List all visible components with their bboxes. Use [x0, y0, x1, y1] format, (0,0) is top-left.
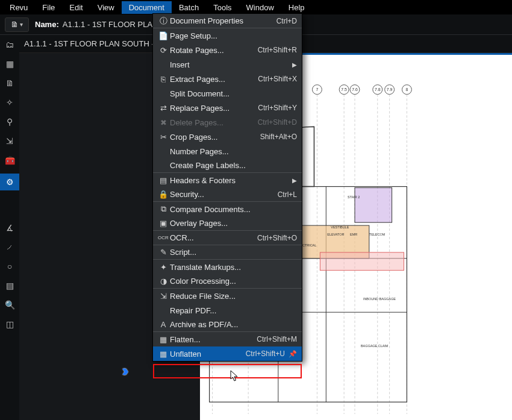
pin-icon: 📌	[289, 350, 297, 358]
menu-item-document-properties[interactable]: ⓘDocument PropertiesCtrl+D	[153, 14, 302, 28]
menu-item-icon: ⓘ	[157, 16, 170, 27]
gear-icon[interactable]: ⚙	[0, 174, 19, 190]
measure-icon[interactable]: ∡	[4, 222, 16, 234]
menu-item-label: Replace Pages...	[170, 104, 253, 113]
menu-item-label: Headers & Footers	[170, 176, 289, 185]
menu-item-security[interactable]: 🔒Security...Ctrl+L	[153, 187, 302, 202]
menu-item-label: Repair PDF...	[170, 306, 297, 315]
menu-item-color-processing[interactable]: ◑Color Processing...	[153, 274, 302, 289]
col-bubble: 8	[406, 87, 408, 92]
menu-item-icon: ◑	[157, 277, 170, 286]
menu-item-icon: ✎	[157, 248, 170, 257]
menu-item-label: Page Setup...	[170, 31, 297, 40]
menu-item-icon: ▦	[157, 335, 170, 344]
svg-rect-21	[355, 188, 392, 223]
pin-icon[interactable]: ⚲	[4, 116, 16, 128]
menu-item-number-pages[interactable]: Number Pages...	[153, 144, 302, 158]
menu-item-icon: 🔒	[157, 190, 170, 199]
menu-item-unflatten[interactable]: ▦UnflattenCtrl+Shift+U📌	[153, 346, 302, 361]
menu-item-page-setup[interactable]: 📄Page Setup...	[153, 28, 302, 43]
menu-item-headers-footers[interactable]: ▤Headers & Footers▶	[153, 173, 302, 187]
menu-item-label: Script...	[170, 248, 297, 257]
menu-window[interactable]: Window	[239, 1, 281, 14]
layers-icon[interactable]: ✧	[4, 96, 16, 108]
save-dropdown-button[interactable]: 🗎 ▾	[5, 17, 29, 32]
left-tool-rail: 🗂 ▦ 🗎 ✧ ⚲ ⇲ 🧰 ⚙ ∡ ⟋ ○ ▤ 🔍 ◫	[0, 35, 19, 420]
room-label: ELEVATOR	[327, 233, 344, 236]
menu-item-create-page-labels[interactable]: Create Page Labels...	[153, 158, 302, 173]
room-label: TELECOM	[369, 233, 386, 236]
menu-item-script[interactable]: ✎Script...	[153, 245, 302, 260]
toolbox-icon[interactable]: 🧰	[4, 154, 16, 166]
menu-item-label: Color Processing...	[170, 277, 297, 286]
menu-batch[interactable]: Batch	[172, 1, 206, 14]
menu-edit[interactable]: Edit	[62, 1, 90, 14]
menu-item-shortcut: Ctrl+Shift+M	[257, 335, 297, 343]
menu-item-shortcut: Ctrl+Shift+O	[257, 234, 297, 242]
menu-item-icon: ✦	[157, 263, 170, 272]
menu-item-overlay-pages[interactable]: ▣Overlay Pages...	[153, 216, 302, 231]
save-icon: 🗎	[11, 20, 19, 29]
col-bubble: 7.8	[375, 87, 381, 92]
open-document-tab[interactable]: A1.1.1 - 1ST FLOOR PLAN SOUTH -	[24, 39, 154, 48]
menu-item-label: Crop Pages...	[170, 133, 255, 142]
menu-item-delete-pages: ✖Delete Pages...Ctrl+Shift+D	[153, 115, 302, 130]
search-icon[interactable]: 🔍	[4, 299, 16, 311]
menu-help[interactable]: Help	[281, 1, 312, 14]
menu-item-icon: ✖	[157, 118, 170, 127]
menu-item-icon: OCR	[157, 235, 170, 240]
menu-item-ocr[interactable]: OCROCR...Ctrl+Shift+O	[153, 231, 302, 245]
svg-rect-24	[320, 252, 404, 271]
col-bubble: 7.5	[341, 87, 347, 92]
menu-item-label: Number Pages...	[170, 147, 297, 156]
plan-icon[interactable]: ⇲	[4, 135, 16, 147]
menu-item-label: OCR...	[170, 233, 252, 242]
menu-item-compare-documents[interactable]: ⧉Compare Documents...	[153, 202, 302, 216]
menu-item-icon: ⟳	[157, 46, 170, 55]
menu-item-shortcut: Ctrl+Shift+D	[258, 118, 297, 127]
menu-item-flatten[interactable]: ▦Flatten...Ctrl+Shift+M	[153, 332, 302, 346]
menu-item-reduce-file-size[interactable]: ⇲Reduce File Size...	[153, 289, 302, 303]
grid-icon[interactable]: ▦	[4, 58, 16, 70]
room-label: EMR	[350, 233, 357, 236]
circle-icon[interactable]: ○	[4, 260, 16, 272]
room-label: BAGGAGE CLAIM	[361, 344, 389, 348]
files-icon[interactable]: 🗂	[4, 39, 16, 51]
chevron-down-icon: ▾	[20, 21, 23, 28]
menu-item-label: Security...	[170, 190, 273, 199]
menu-revu[interactable]: Revu	[2, 1, 35, 14]
submenu-arrow-icon: ▶	[292, 177, 297, 184]
menu-item-shortcut: Ctrl+Shift+R	[258, 46, 297, 54]
menu-document[interactable]: Document	[122, 1, 172, 14]
slope-icon[interactable]: ⟋	[4, 241, 16, 253]
book-icon[interactable]: ▤	[4, 280, 16, 292]
menu-item-label: Reduce File Size...	[170, 292, 297, 301]
menu-item-shortcut: Ctrl+Shift+X	[258, 75, 297, 83]
menu-item-replace-pages[interactable]: ⇄Replace Pages...Ctrl+Shift+Y	[153, 101, 302, 115]
menu-item-icon: A	[157, 320, 170, 329]
menu-item-repair-pdf[interactable]: Repair PDF...	[153, 303, 302, 318]
menu-item-translate-markups[interactable]: ✦Translate Markups...	[153, 260, 302, 274]
menu-tools[interactable]: Tools	[206, 1, 239, 14]
name-label: Name:	[35, 20, 59, 29]
menu-item-icon: ⧉	[157, 204, 170, 214]
menu-item-label: Compare Documents...	[170, 205, 297, 214]
menu-item-crop-pages[interactable]: ✂Crop Pages...Shift+Alt+O	[153, 130, 302, 144]
menu-item-label: Overlay Pages...	[170, 219, 297, 228]
menu-item-extract-pages[interactable]: ⎘Extract Pages...Ctrl+Shift+X	[153, 72, 302, 86]
menu-item-insert[interactable]: Insert▶	[153, 57, 302, 72]
room-label: INBOUND BAGGAGE	[363, 297, 396, 301]
col-bubble: 7	[316, 87, 318, 92]
menu-item-icon: ✂	[157, 133, 170, 142]
menu-file[interactable]: File	[35, 1, 62, 14]
menu-item-shortcut: Ctrl+D	[276, 17, 297, 25]
menu-item-split-document[interactable]: Split Document...	[153, 86, 302, 101]
menu-item-archive-as-pdf-a[interactable]: AArchive as PDF/A...	[153, 318, 302, 332]
menu-item-label: Translate Markups...	[170, 263, 297, 272]
menu-item-icon: ▤	[157, 176, 170, 185]
menu-item-rotate-pages[interactable]: ⟳Rotate Pages...Ctrl+Shift+R	[153, 43, 302, 57]
doc-icon[interactable]: 🗎	[4, 77, 16, 89]
menu-view[interactable]: View	[90, 1, 122, 14]
room-label: VESTIBULE	[331, 225, 349, 229]
box-icon[interactable]: ◫	[4, 318, 16, 330]
